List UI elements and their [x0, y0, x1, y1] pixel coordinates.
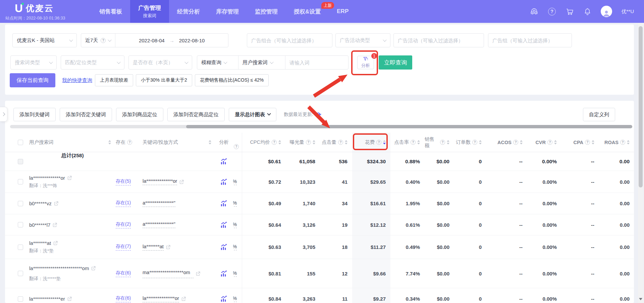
vertical-scrollbar[interactable] — [638, 23, 643, 303]
exist-link[interactable]: 存在(6) — [116, 270, 131, 277]
select-all-checkbox[interactable] — [18, 140, 23, 145]
clipped-metric-link[interactable]: 7% — [233, 270, 237, 277]
portfolio-filter-input[interactable] — [247, 33, 332, 47]
sort-control[interactable] — [313, 140, 315, 144]
add-to-negative-keywords-button[interactable]: 添加到否定关键词 — [60, 108, 112, 121]
quick-filter-chip[interactable]: 花费销售额占比(ACOS) ≤ 42% — [195, 74, 269, 86]
row-checkbox[interactable] — [18, 245, 23, 250]
exist-on-page-select[interactable]: 是否存在（本页） — [128, 55, 192, 70]
help-icon[interactable] — [440, 140, 445, 145]
campaign-filter-input[interactable] — [393, 33, 484, 47]
help-icon[interactable] — [620, 140, 625, 145]
trend-chart-icon[interactable] — [220, 243, 228, 251]
campaign-type-select[interactable]: 广告活动类型 — [335, 33, 390, 47]
help-icon[interactable] — [547, 140, 552, 145]
date-preset-select[interactable]: 近7天 — [81, 34, 115, 47]
customize-columns-button[interactable]: 自定义列 — [583, 108, 615, 121]
clipped-metric-link[interactable]: 5% — [233, 222, 237, 228]
help-icon[interactable] — [306, 140, 311, 145]
exist-link[interactable]: 存在(7) — [116, 244, 131, 251]
external-link-icon[interactable] — [166, 245, 171, 250]
search-field-select[interactable]: 用户搜索词 — [238, 56, 285, 69]
trend-chart-icon[interactable] — [220, 178, 228, 186]
exist-link[interactable]: 存在(5) — [116, 178, 131, 185]
sort-control[interactable] — [278, 140, 281, 144]
user-avatar[interactable] — [601, 6, 612, 17]
clipped-metric-link[interactable]: 9% — [233, 296, 237, 302]
date-start[interactable]: 2022-08-04 — [139, 38, 165, 43]
adgroup-filter-input[interactable] — [488, 33, 572, 47]
sort-control[interactable] — [554, 140, 557, 144]
brand-logo[interactable]: U 优麦云 — [15, 3, 54, 14]
exist-link[interactable]: 存在(2) — [116, 221, 131, 228]
help-icon[interactable] — [338, 140, 343, 145]
horizontal-scrollbar-thumb[interactable] — [186, 125, 632, 128]
campaign-input[interactable] — [398, 38, 480, 43]
trend-chart-icon[interactable] — [220, 221, 228, 229]
help-icon[interactable] — [411, 140, 416, 145]
nav-business-analysis[interactable]: 经营分析 — [169, 0, 208, 23]
quick-filter-chip[interactable]: 小于30% 出单量大于2 — [136, 74, 192, 86]
sort-control[interactable] — [479, 140, 482, 144]
customer-support-icon[interactable] — [530, 7, 538, 16]
trend-chart-icon[interactable] — [220, 295, 228, 303]
expand-panel-handle[interactable] — [0, 107, 7, 122]
horizontal-scrollbar[interactable] — [10, 125, 631, 128]
row-checkbox[interactable] — [18, 271, 23, 276]
row-checkbox[interactable] — [18, 296, 23, 302]
sort-control[interactable] — [520, 140, 523, 144]
help-icon[interactable] — [547, 7, 556, 16]
nav-erp[interactable]: ERP — [329, 0, 357, 23]
nav-authorization-settings[interactable]: 授权&设置 上新 — [286, 0, 329, 23]
show-total-chart-toggle[interactable]: 显示总计图表 — [229, 108, 276, 121]
clipped-metric-link[interactable]: 0% — [233, 179, 237, 185]
row-checkbox[interactable] — [18, 222, 23, 227]
bell-icon[interactable] — [583, 7, 592, 16]
query-now-button[interactable]: 立即查询 — [379, 55, 412, 70]
nav-ad-management[interactable]: 广告管理 搜索词 — [130, 0, 169, 23]
external-link-icon[interactable] — [196, 271, 201, 276]
help-icon[interactable] — [234, 144, 239, 149]
add-to-negative-product-target-button[interactable]: 添加到否定商品定位 — [167, 108, 225, 121]
external-link-icon[interactable] — [67, 296, 72, 301]
sort-control[interactable] — [417, 140, 420, 144]
cart-icon[interactable] — [565, 7, 574, 16]
help-icon[interactable] — [127, 140, 132, 145]
external-link-icon[interactable] — [53, 241, 58, 246]
trend-chart-icon[interactable] — [220, 200, 228, 207]
save-current-query-button[interactable]: 保存当前查询 — [10, 73, 55, 87]
nav-inventory-management[interactable]: 库存管理 — [208, 0, 247, 23]
help-icon[interactable] — [101, 38, 106, 43]
date-range-picker[interactable]: 2022-08-04 → 2022-08-10 — [115, 34, 228, 47]
fuzzy-query-select[interactable]: 模糊查询 — [197, 56, 238, 69]
sort-control-spend-desc[interactable] — [383, 140, 386, 144]
sort-control[interactable] — [627, 140, 630, 144]
exist-link[interactable]: 存在(1) — [116, 200, 131, 207]
add-to-keywords-button[interactable]: 添加到关键词 — [13, 108, 56, 121]
scroll-down-arrow-icon[interactable] — [639, 298, 642, 300]
date-range-control[interactable]: 近7天 2022-08-04 → 2022-08-10 — [81, 33, 228, 47]
match-type-select[interactable]: 匹配/定位类型 — [61, 55, 124, 70]
sort-control[interactable] — [108, 140, 111, 144]
sort-control[interactable] — [209, 140, 211, 144]
clipped-metric-link[interactable]: 5% — [233, 244, 237, 250]
my-quick-queries-link[interactable]: 我的快捷查询 — [62, 77, 92, 84]
exist-link[interactable]: 存在(6) — [116, 295, 131, 302]
sort-control[interactable] — [592, 140, 594, 144]
trend-chart-icon[interactable] — [220, 270, 228, 277]
help-icon[interactable] — [376, 140, 381, 145]
external-link-icon[interactable] — [91, 266, 96, 271]
refresh-icon[interactable]: ⟳ — [316, 111, 321, 119]
nav-sales-dashboard[interactable]: 销售看板 — [91, 0, 130, 23]
external-link-icon[interactable] — [67, 175, 72, 180]
site-select[interactable]: 优麦云K - 美国站 — [12, 33, 77, 47]
sort-control[interactable] — [345, 140, 347, 144]
nav-monitor-management[interactable]: 监控管理 — [247, 0, 286, 23]
add-to-product-target-button[interactable]: 添加到商品定位 — [116, 108, 163, 121]
sort-control[interactable] — [447, 140, 449, 144]
word-input[interactable] — [289, 60, 344, 66]
row-checkbox[interactable] — [18, 179, 23, 184]
trend-chart-icon[interactable] — [220, 158, 228, 165]
external-link-icon[interactable] — [179, 179, 184, 184]
adgroup-input[interactable] — [492, 38, 568, 43]
